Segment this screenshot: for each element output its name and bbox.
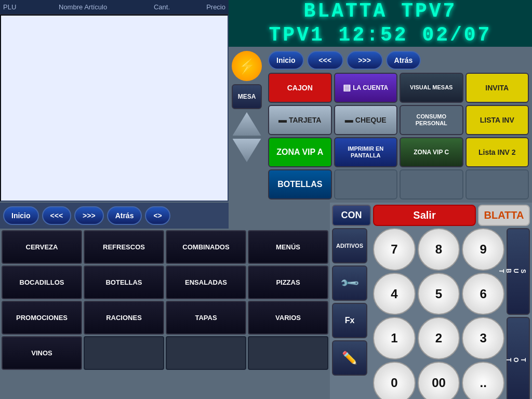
arrow-up-button[interactable]: [233, 112, 261, 136]
numpad-main: ADITIVOS 🔧 Fx ✏️ 7 8 9 4 5 6 1 2 3 0 00 …: [332, 228, 530, 399]
cat-refrescos[interactable]: REFRESCOS: [84, 230, 164, 264]
empty-btn-2: [400, 169, 463, 200]
cheque-button[interactable]: ▬ CHEQUE: [334, 105, 398, 135]
header-line2: TPV1 12:52 02/07: [269, 23, 492, 47]
wrench-icon: 🔧: [339, 272, 360, 294]
icon-column: ⚡ MESA: [229, 47, 265, 203]
num-3[interactable]: 3: [462, 317, 504, 360]
zona-vip-a-button[interactable]: ZONA VIP A: [268, 137, 332, 167]
cat-cerveza[interactable]: CERVEZA: [2, 230, 82, 264]
fx-button[interactable]: Fx: [332, 303, 367, 338]
cat-botellas[interactable]: BOTELLAS: [84, 265, 164, 299]
table-header: PLU Nombre Artículo Cant. Precio: [0, 0, 229, 15]
blatta-button[interactable]: BLATTA: [478, 205, 530, 226]
num-00[interactable]: 00: [418, 362, 460, 399]
header-line1: BLATTA TPV7: [269, 0, 492, 23]
botellas-action-button[interactable]: BOTELLAS: [268, 169, 332, 200]
con-button[interactable]: CON: [332, 205, 371, 226]
right-panel-top: ⚡ MESA Inicio <<< >>> Atrás CAJON ▤ LA C…: [229, 47, 532, 203]
num-8[interactable]: 8: [418, 228, 460, 271]
cat-empty-2: [166, 336, 246, 370]
next-button-left[interactable]: >>>: [74, 206, 104, 225]
cat-empty-3: [248, 336, 328, 370]
header-display: BLATTA TPV7 TPV1 12:52 02/07: [229, 0, 532, 47]
cat-vinos[interactable]: VINOS: [2, 336, 82, 370]
numpad-area: CON Salir BLATTA ADITIVOS 🔧 Fx ✏️ 7 8 9 …: [330, 203, 532, 399]
invita-button[interactable]: INVITA: [466, 73, 529, 103]
atras-button-right[interactable]: Atrás: [386, 51, 421, 70]
cat-empty-1: [84, 336, 164, 370]
tarjeta-button[interactable]: ▬ TARJETA: [268, 105, 332, 135]
action-row-1: CAJON ▤ LA CUENTA VISUAL MESAS INVITA: [268, 73, 529, 103]
action-row-4: BOTELLAS: [268, 169, 529, 200]
lista-inv2-button[interactable]: Lista INV 2: [466, 137, 529, 167]
next-button-right[interactable]: >>>: [347, 51, 383, 70]
inicio-button-right[interactable]: Inicio: [268, 51, 304, 70]
tot-button[interactable]: TOT: [507, 317, 530, 399]
num-2[interactable]: 2: [418, 317, 460, 360]
num-5[interactable]: 5: [418, 273, 460, 315]
empty-btn-1: [334, 169, 398, 200]
consumo-button[interactable]: CONSUMO PERSONAL: [400, 105, 463, 135]
right-side-col: SUBT TOT: [507, 228, 530, 399]
header-text: BLATTA TPV7 TPV1 12:52 02/07: [269, 0, 492, 47]
category-area: CERVEZA REFRESCOS COMBINADOS MENÚS BOCAD…: [0, 229, 330, 371]
cat-combinados[interactable]: COMBINADOS: [166, 230, 246, 264]
action-row-3: ZONA VIP A IMPRIMIR EN PANTALLA ZONA VIP…: [268, 137, 529, 167]
subt-button[interactable]: SUBT: [507, 228, 530, 315]
cat-raciones[interactable]: RACIONES: [84, 301, 164, 335]
imprimir-button[interactable]: IMPRIMIR EN PANTALLA: [334, 137, 398, 167]
lightning-button[interactable]: ⚡: [232, 51, 262, 81]
arrow-controls: [233, 112, 261, 162]
cat-varios[interactable]: VARIOS: [248, 301, 328, 335]
cat-ensaladas[interactable]: ENSALADAS: [166, 265, 246, 299]
col-price: Precio: [170, 3, 225, 11]
control-row: Inicio <<< >>> Atrás: [268, 51, 529, 70]
inicio-button-left[interactable]: Inicio: [3, 206, 39, 225]
cat-row-4: VINOS: [0, 335, 330, 371]
tot-label: TOT: [505, 357, 527, 363]
cat-bocadillos[interactable]: BOCADILLOS: [2, 265, 82, 299]
eraser-button[interactable]: ✏️: [332, 340, 367, 376]
cat-menus[interactable]: MENÚS: [248, 230, 328, 264]
zona-vip-c-button[interactable]: ZONA VIP C: [400, 137, 463, 167]
col-qty: Cant.: [114, 3, 170, 11]
aditivos-button[interactable]: ADITIVOS: [332, 228, 367, 263]
num-0[interactable]: 0: [373, 362, 416, 399]
cat-tapas[interactable]: TAPAS: [166, 301, 246, 335]
arrow-down-button[interactable]: [233, 139, 261, 162]
num-1[interactable]: 1: [373, 317, 416, 360]
atras-button-left[interactable]: Atrás: [107, 206, 142, 225]
action-grid: Inicio <<< >>> Atrás CAJON ▤ LA CUENTA V…: [265, 47, 532, 203]
num-dot[interactable]: ..: [462, 362, 504, 399]
tarjeta-icon: ▬: [278, 115, 287, 125]
col-name: Nombre Artículo: [59, 3, 114, 11]
exchange-button[interactable]: <>: [145, 206, 170, 225]
cat-row-3: PROMOCIONES RACIONES TAPAS VARIOS: [0, 299, 330, 335]
cat-promociones[interactable]: PROMOCIONES: [2, 301, 82, 335]
la-cuenta-button[interactable]: ▤ LA CUENTA: [334, 73, 398, 103]
cuenta-icon: ▤: [343, 83, 351, 92]
cat-row-1: CERVEZA REFRESCOS COMBINADOS MENÚS: [0, 229, 330, 264]
num-4[interactable]: 4: [373, 273, 416, 315]
cheque-icon: ▬: [345, 115, 353, 125]
eraser-icon: ✏️: [342, 351, 357, 365]
salir-button[interactable]: Salir: [373, 205, 476, 226]
cat-pizzas[interactable]: PIZZAS: [248, 265, 328, 299]
left-side-col: ADITIVOS 🔧 Fx ✏️: [332, 228, 371, 399]
order-list: [0, 15, 229, 202]
left-panel: PLU Nombre Artículo Cant. Precio Inicio …: [0, 0, 229, 399]
num-7[interactable]: 7: [373, 228, 416, 271]
mesa-button[interactable]: MESA: [232, 84, 262, 109]
nav-bar-left: Inicio <<< >>> Atrás <>: [0, 203, 229, 229]
visual-mesas-button[interactable]: VISUAL MESAS: [400, 73, 463, 103]
prev-button-left[interactable]: <<<: [42, 206, 72, 225]
lista-inv-button[interactable]: LISTA INV: [466, 105, 529, 135]
col-plu: PLU: [3, 3, 59, 11]
wrench-button[interactable]: 🔧: [332, 265, 367, 301]
subt-label: SUBT: [498, 269, 527, 274]
prev-button-right[interactable]: <<<: [307, 51, 343, 70]
cajon-button[interactable]: CAJON: [268, 73, 332, 103]
cat-row-2: BOCADILLOS BOTELLAS ENSALADAS PIZZAS: [0, 264, 330, 299]
action-row-2: ▬ TARJETA ▬ CHEQUE CONSUMO PERSONAL LIST…: [268, 105, 529, 135]
